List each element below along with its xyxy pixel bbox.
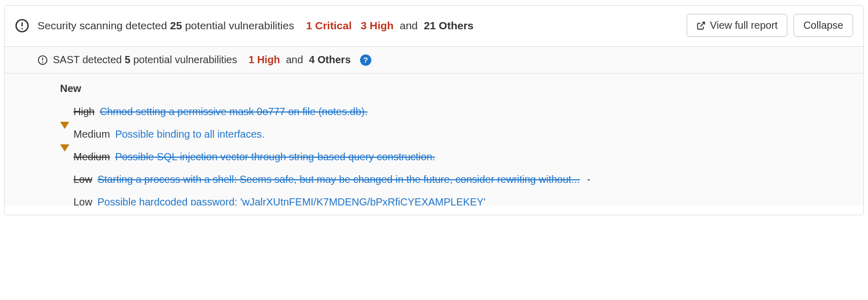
header-summary: Security scanning detected 25 potential … — [37, 18, 676, 33]
severity-label: High — [73, 105, 95, 118]
severity-low-icon — [60, 198, 68, 205]
alert-circle-icon — [15, 18, 29, 33]
finding-row: LowStarting a process with a shell: Seem… — [60, 173, 853, 186]
help-icon[interactable]: ? — [360, 54, 371, 66]
finding-row: MediumPossible SQL injection vector thro… — [60, 150, 853, 163]
svg-point-5 — [42, 62, 43, 63]
sast-summary-text: SAST detected 5 potential vulnerabilitie… — [53, 54, 351, 66]
severity-medium-icon — [60, 128, 68, 136]
finding-link[interactable]: Possible SQL injection vector through st… — [115, 150, 435, 163]
severity-label: Medium — [73, 150, 110, 163]
finding-link[interactable]: Starting a process with a shell: Seems s… — [98, 173, 580, 186]
sast-summary-row[interactable]: SAST detected 5 potential vulnerabilitie… — [5, 46, 863, 73]
severity-high-icon — [60, 105, 68, 114]
severity-label: Low — [73, 173, 92, 186]
trailing-dash: - — [587, 173, 591, 186]
finding-link[interactable]: Possible binding to all interfaces. — [115, 127, 265, 141]
finding-row: HighChmod setting a permissive mask 0o77… — [60, 105, 853, 118]
findings-list: New HighChmod setting a permissive mask … — [5, 73, 863, 205]
external-link-icon — [696, 21, 706, 30]
security-widget: Security scanning detected 25 potential … — [4, 5, 864, 215]
svg-point-2 — [21, 28, 23, 29]
section-title-new: New — [60, 83, 853, 95]
alert-circle-icon — [37, 55, 48, 65]
finding-link[interactable]: Possible hardcoded password: 'wJalrXUtnF… — [98, 195, 486, 205]
severity-medium-icon — [60, 151, 68, 159]
collapse-button[interactable]: Collapse — [794, 14, 853, 37]
header-actions: View full report Collapse — [687, 14, 853, 37]
severity-label: Medium — [73, 127, 110, 141]
widget-header: Security scanning detected 25 potential … — [5, 6, 863, 46]
severity-label: Low — [73, 195, 92, 205]
finding-row: LowPossible hardcoded password: 'wJalrXU… — [60, 195, 853, 205]
finding-link[interactable]: Chmod setting a permissive mask 0o777 on… — [100, 105, 367, 118]
severity-low-icon — [60, 175, 68, 183]
finding-row: MediumPossible binding to all interfaces… — [60, 127, 853, 141]
view-full-report-button[interactable]: View full report — [687, 14, 787, 37]
